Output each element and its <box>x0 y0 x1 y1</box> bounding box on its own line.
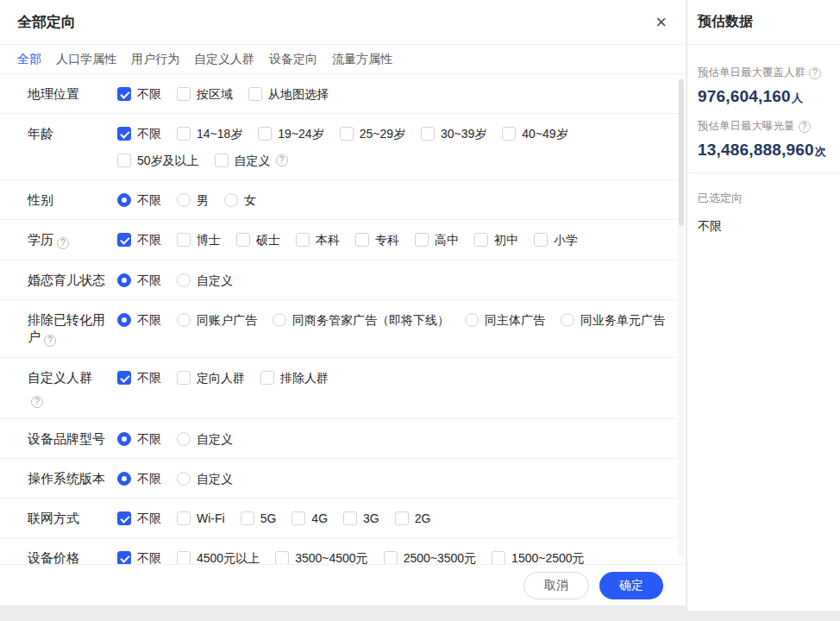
checkbox-control[interactable] <box>421 127 435 141</box>
checkbox-control[interactable] <box>117 127 131 141</box>
checkbox-option[interactable]: Wi-Fi <box>177 510 225 527</box>
checkbox-control[interactable] <box>117 87 131 101</box>
radio-control[interactable] <box>117 472 131 486</box>
scrollbar-thumb[interactable] <box>679 79 684 226</box>
checkbox-control[interactable] <box>117 511 131 525</box>
checkbox-control[interactable] <box>474 233 488 247</box>
radio-control[interactable] <box>117 193 131 207</box>
tab-user-behavior[interactable]: 用户行为 <box>131 52 179 67</box>
checkbox-option[interactable]: 小学 <box>534 231 578 248</box>
tab-demographics[interactable]: 人口学属性 <box>56 52 116 67</box>
radio-option[interactable]: 同账户广告 <box>177 311 257 329</box>
radio-option[interactable]: 不限 <box>117 191 161 209</box>
radio-option[interactable]: 不限 <box>117 272 161 289</box>
help-icon[interactable]: ? <box>276 154 288 166</box>
radio-control[interactable] <box>177 313 191 327</box>
radio-control[interactable] <box>465 313 479 327</box>
checkbox-control[interactable] <box>117 154 131 167</box>
checkbox-option[interactable]: 不限 <box>117 125 161 142</box>
radio-option[interactable]: 同商务管家广告（即将下线） <box>273 311 449 329</box>
radio-control[interactable] <box>117 432 131 446</box>
checkbox-control[interactable] <box>492 551 505 564</box>
help-icon[interactable]: ? <box>799 121 811 133</box>
checkbox-control[interactable] <box>117 551 131 564</box>
checkbox-option[interactable]: 按区域 <box>177 85 233 103</box>
checkbox-option[interactable]: 博士 <box>177 231 221 248</box>
checkbox-option[interactable]: 排除人群 <box>260 369 329 386</box>
tab-all[interactable]: 全部 <box>17 52 41 67</box>
checkbox-control[interactable] <box>384 551 398 564</box>
tab-custom-audience[interactable]: 自定义人群 <box>194 52 254 67</box>
checkbox-option[interactable]: 19~24岁 <box>258 125 323 142</box>
checkbox-option[interactable]: 14~18岁 <box>177 125 242 142</box>
checkbox-control[interactable] <box>260 371 274 385</box>
tab-traffic-attributes[interactable]: 流量方属性 <box>332 52 392 67</box>
checkbox-option[interactable]: 从地图选择 <box>248 85 329 103</box>
checkbox-control[interactable] <box>296 233 310 247</box>
checkbox-option[interactable]: 不限 <box>117 85 161 103</box>
checkbox-control[interactable] <box>177 511 191 525</box>
checkbox-option[interactable]: 40~49岁 <box>502 125 567 142</box>
radio-control[interactable] <box>273 313 286 327</box>
checkbox-option[interactable]: 3G <box>343 510 379 527</box>
checkbox-option[interactable]: 4G <box>291 510 328 527</box>
checkbox-option[interactable]: 定向人群 <box>177 369 245 386</box>
checkbox-option[interactable]: 4500元以上 <box>177 549 260 564</box>
checkbox-control[interactable] <box>343 511 357 525</box>
radio-control[interactable] <box>177 472 191 486</box>
radio-option[interactable]: 不限 <box>117 430 161 448</box>
checkbox-option[interactable]: 高中 <box>415 231 459 248</box>
radio-option[interactable]: 自定义 <box>177 272 233 289</box>
checkbox-control[interactable] <box>177 127 191 141</box>
checkbox-control[interactable] <box>177 551 191 564</box>
checkbox-option[interactable]: 不限 <box>117 510 161 527</box>
checkbox-control[interactable] <box>177 371 191 385</box>
radio-control[interactable] <box>177 273 191 287</box>
checkbox-option[interactable]: 25~29岁 <box>340 125 405 142</box>
checkbox-control[interactable] <box>534 233 548 247</box>
radio-control[interactable] <box>177 432 191 446</box>
checkbox-option[interactable]: 初中 <box>474 231 518 248</box>
tab-device-targeting[interactable]: 设备定向 <box>269 52 317 67</box>
checkbox-control[interactable] <box>395 511 409 525</box>
scrollbar-track[interactable] <box>678 78 684 557</box>
radio-control[interactable] <box>224 193 238 207</box>
checkbox-control[interactable] <box>241 511 254 525</box>
help-icon[interactable]: ? <box>44 335 56 347</box>
checkbox-option[interactable]: 3500~4500元 <box>275 549 367 564</box>
checkbox-option[interactable]: 2G <box>395 510 431 527</box>
checkbox-option[interactable]: 不限 <box>117 549 161 564</box>
checkbox-control[interactable] <box>248 87 262 101</box>
radio-option[interactable]: 不限 <box>117 311 161 329</box>
close-icon[interactable]: × <box>655 13 667 32</box>
checkbox-control[interactable] <box>258 127 272 141</box>
checkbox-control[interactable] <box>291 511 305 525</box>
checkbox-option[interactable]: 不限 <box>117 369 161 386</box>
radio-option[interactable]: 同业务单元广告 <box>561 311 665 329</box>
radio-control[interactable] <box>177 193 191 207</box>
checkbox-option[interactable]: 本科 <box>296 231 340 248</box>
radio-control[interactable] <box>561 313 574 327</box>
checkbox-option[interactable]: 50岁及以上 <box>117 152 199 169</box>
checkbox-option[interactable]: 30~39岁 <box>421 125 486 142</box>
radio-control[interactable] <box>117 273 131 287</box>
checkbox-control[interactable] <box>340 127 354 141</box>
radio-option[interactable]: 男 <box>177 191 209 209</box>
checkbox-control[interactable] <box>215 154 229 167</box>
checkbox-control[interactable] <box>177 87 191 101</box>
checkbox-control[interactable] <box>177 233 191 247</box>
checkbox-control[interactable] <box>275 551 289 564</box>
radio-option[interactable]: 不限 <box>117 470 161 487</box>
checkbox-option[interactable]: 专科 <box>355 231 399 248</box>
checkbox-control[interactable] <box>117 233 131 247</box>
radio-option[interactable]: 女 <box>224 191 256 209</box>
checkbox-option[interactable]: 1500~2500元 <box>492 549 584 564</box>
checkbox-option[interactable]: 5G <box>241 510 277 527</box>
radio-option[interactable]: 自定义 <box>177 470 233 487</box>
checkbox-control[interactable] <box>415 233 429 247</box>
checkbox-option[interactable]: 2500~3500元 <box>384 549 476 564</box>
checkbox-control[interactable] <box>355 233 369 247</box>
checkbox-option[interactable]: 不限 <box>117 231 161 248</box>
help-icon[interactable]: ? <box>809 67 821 79</box>
checkbox-option[interactable]: 硕士 <box>236 231 280 248</box>
